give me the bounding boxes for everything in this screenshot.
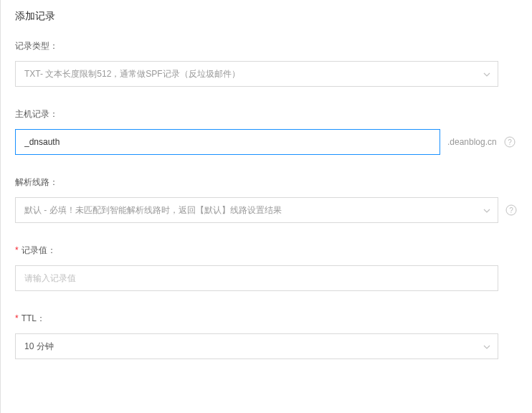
record-type-select[interactable]: TXT- 文本长度限制512，通常做SPF记录（反垃圾邮件） [15,61,498,87]
record-value-input[interactable] [15,265,498,291]
resolution-line-group: 解析线路： 默认 - 必填！未匹配到智能解析线路时，返回【默认】线路设置结果 ? [15,176,518,223]
record-type-label: 记录类型： [15,40,518,52]
help-icon[interactable]: ? [505,204,517,216]
record-type-group: 记录类型： TXT- 文本长度限制512，通常做SPF记录（反垃圾邮件） [15,40,518,87]
resolution-line-label: 解析线路： [15,176,518,189]
resolution-line-value: 默认 - 必填！未匹配到智能解析线路时，返回【默认】线路设置结果 [24,204,282,217]
record-type-value: TXT- 文本长度限制512，通常做SPF记录（反垃圾邮件） [24,68,240,80]
chevron-down-icon [483,205,490,215]
chevron-down-icon [483,69,490,79]
record-value-group: 记录值： [15,245,518,291]
host-record-input[interactable] [15,129,440,155]
host-record-label: 主机记录： [15,108,518,120]
add-record-panel: 添加记录 记录类型： TXT- 文本长度限制512，通常做SPF记录（反垃圾邮件… [0,0,532,413]
form-body: 记录类型： TXT- 文本长度限制512，通常做SPF记录（反垃圾邮件） 主机记… [1,33,532,359]
host-record-row: .deanblog.cn ? [15,129,518,155]
host-record-suffix: .deanblog.cn [447,137,497,147]
resolution-line-row: 默认 - 必填！未匹配到智能解析线路时，返回【默认】线路设置结果 ? [15,197,518,223]
ttl-select[interactable]: 10 分钟 [15,333,498,359]
panel-title: 添加记录 [1,0,532,33]
record-value-label: 记录值： [15,245,518,257]
host-record-group: 主机记录： .deanblog.cn ? [15,108,518,155]
svg-text:?: ? [508,138,512,146]
svg-text:?: ? [509,206,513,214]
ttl-label: TTL： [15,313,518,325]
ttl-group: TTL： 10 分钟 [15,313,518,359]
help-icon[interactable]: ? [504,136,516,148]
resolution-line-select[interactable]: 默认 - 必填！未匹配到智能解析线路时，返回【默认】线路设置结果 [15,197,498,223]
chevron-down-icon [483,341,490,351]
ttl-value: 10 分钟 [24,341,54,353]
